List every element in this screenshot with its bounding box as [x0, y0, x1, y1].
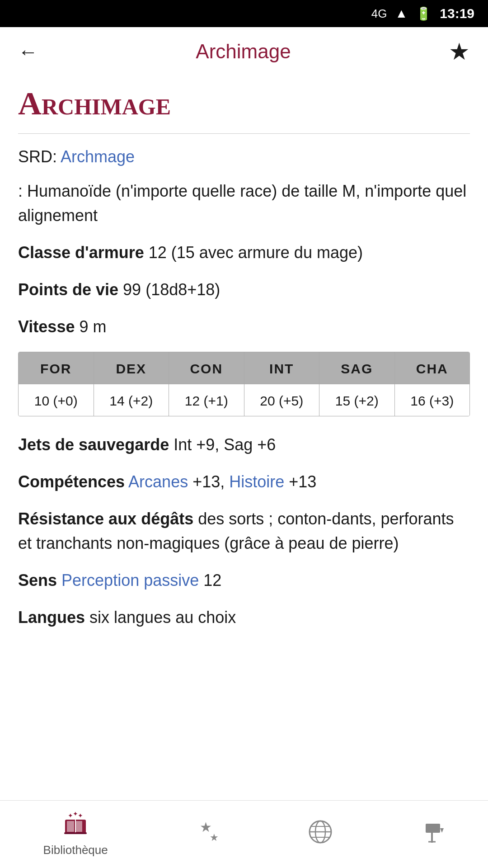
hit-points-value: 99 (18d8+18)	[123, 280, 220, 299]
ability-col-con: CON	[169, 352, 244, 384]
armor-class-label: Classe d'armure	[18, 243, 144, 262]
ability-col-int: INT	[244, 352, 320, 384]
network-indicator: 4G	[371, 7, 387, 21]
ability-cha-value: 16 (+3)	[410, 393, 454, 408]
arcanes-value: +13,	[192, 472, 229, 491]
histoire-value: +13	[289, 472, 316, 491]
senses-label: Sens	[18, 571, 57, 590]
ability-header-row: FOR DEX CON INT SAG CHA	[19, 352, 469, 384]
top-bar-title: Archimage	[196, 40, 291, 63]
ability-for-value: 10 (+0)	[34, 393, 78, 408]
senses: Sens Perception passive 12	[18, 568, 470, 593]
library-label: Bibliothèque	[43, 843, 108, 857]
nav-item-favorites[interactable]: ★ ★	[194, 819, 221, 850]
svg-rect-4	[67, 821, 74, 832]
svg-text:✦: ✦	[78, 812, 83, 819]
srd-label: SRD:	[18, 147, 57, 166]
nav-item-globe[interactable]	[308, 819, 333, 850]
bottom-nav: ✦ ✦ ✦ Bibliothèque ★ ★	[0, 800, 488, 868]
ability-label-for: FOR	[40, 361, 71, 376]
srd-reference: SRD: Archmage	[18, 147, 470, 166]
ability-value-dex: 14 (+2)	[94, 384, 169, 416]
svg-rect-7	[64, 832, 87, 834]
senses-value: 12	[203, 571, 221, 590]
ability-label-int: INT	[269, 361, 294, 376]
ability-label-cha: CHA	[416, 361, 448, 376]
divider	[18, 133, 470, 134]
ability-sag-value: 15 (+2)	[335, 393, 379, 408]
speed-value: 9 m	[79, 317, 106, 336]
ability-int-value: 20 (+5)	[260, 393, 303, 408]
ability-col-for: FOR	[19, 352, 94, 384]
battery-icon: 🔋	[416, 6, 432, 21]
svg-text:★: ★	[210, 832, 219, 843]
svg-rect-5	[75, 821, 82, 832]
perception-link[interactable]: Perception passive	[61, 571, 199, 590]
saving-throws-label: Jets de sauvegarde	[18, 435, 169, 454]
ability-value-row: 10 (+0) 14 (+2) 12 (+1) 20 (+5) 15 (+2) …	[19, 384, 469, 416]
clock: 13:19	[440, 6, 474, 21]
ability-label-con: CON	[190, 361, 223, 376]
nav-item-library[interactable]: ✦ ✦ ✦ Bibliothèque	[43, 811, 108, 857]
skills-label: Compétences	[18, 472, 125, 491]
ability-label-dex: DEX	[116, 361, 146, 376]
svg-marker-16	[440, 828, 444, 833]
top-bar: ← Archimage ★	[0, 27, 488, 76]
skills-content: Arcanes +13, Histoire +13	[128, 472, 316, 491]
speed: Vitesse 9 m	[18, 315, 470, 339]
ability-dex-value: 14 (+2)	[109, 393, 153, 408]
ability-value-con: 12 (+1)	[169, 384, 244, 416]
ability-label-sag: SAG	[341, 361, 373, 376]
hit-points-label: Points de vie	[18, 280, 118, 299]
languages-value: six langues au choix	[89, 608, 236, 627]
damage-resistance: Résistance aux dégâts des sorts ; conton…	[18, 507, 470, 556]
ability-col-cha: CHA	[395, 352, 470, 384]
armor-class: Classe d'armure 12 (15 avec armure du ma…	[18, 241, 470, 265]
globe-icon	[308, 819, 333, 850]
ability-value-for: 10 (+0)	[19, 384, 94, 416]
histoire-link[interactable]: Histoire	[229, 472, 284, 491]
page-title: Archimage	[18, 85, 470, 123]
languages: Langues six langues au choix	[18, 605, 470, 630]
status-bar: 4G ▲ 🔋 13:19	[0, 0, 488, 27]
svg-rect-15	[426, 824, 440, 833]
ability-col-dex: DEX	[94, 352, 169, 384]
ability-con-value: 12 (+1)	[185, 393, 228, 408]
saving-throws-value: Int +9, Sag +6	[174, 435, 276, 454]
ability-value-sag: 15 (+2)	[319, 384, 395, 416]
ability-col-sag: SAG	[319, 352, 395, 384]
srd-link[interactable]: Archmage	[61, 147, 135, 166]
arcanes-link[interactable]: Arcanes	[128, 472, 188, 491]
armor-class-val: 12 (15 avec armure du mage)	[149, 243, 363, 262]
sign-icon	[419, 819, 445, 850]
main-content: Archimage SRD: Archmage : Humanoïde (n'i…	[0, 76, 488, 715]
back-button[interactable]: ←	[18, 40, 38, 63]
speed-label: Vitesse	[18, 317, 75, 336]
nav-item-sign[interactable]	[419, 819, 445, 850]
damage-resistance-label: Résistance aux dégâts	[18, 509, 193, 528]
ability-value-cha: 16 (+3)	[395, 384, 470, 416]
description: : Humanoïde (n'importe quelle race) de t…	[18, 179, 470, 228]
languages-label: Langues	[18, 608, 85, 627]
ability-scores-table: FOR DEX CON INT SAG CHA 10 (+0) 14 (	[18, 352, 470, 416]
signal-icon: ▲	[395, 6, 408, 21]
skills: Compétences Arcanes +13, Histoire +13	[18, 470, 470, 494]
favorites-icon: ★ ★	[194, 819, 221, 850]
senses-content: Perception passive 12	[61, 571, 221, 590]
hit-points: Points de vie 99 (18d8+18)	[18, 278, 470, 302]
ability-value-int: 20 (+5)	[244, 384, 320, 416]
library-icon: ✦ ✦ ✦	[62, 811, 89, 840]
favorite-button[interactable]: ★	[449, 38, 470, 65]
saving-throws: Jets de sauvegarde Int +9, Sag +6	[18, 433, 470, 457]
